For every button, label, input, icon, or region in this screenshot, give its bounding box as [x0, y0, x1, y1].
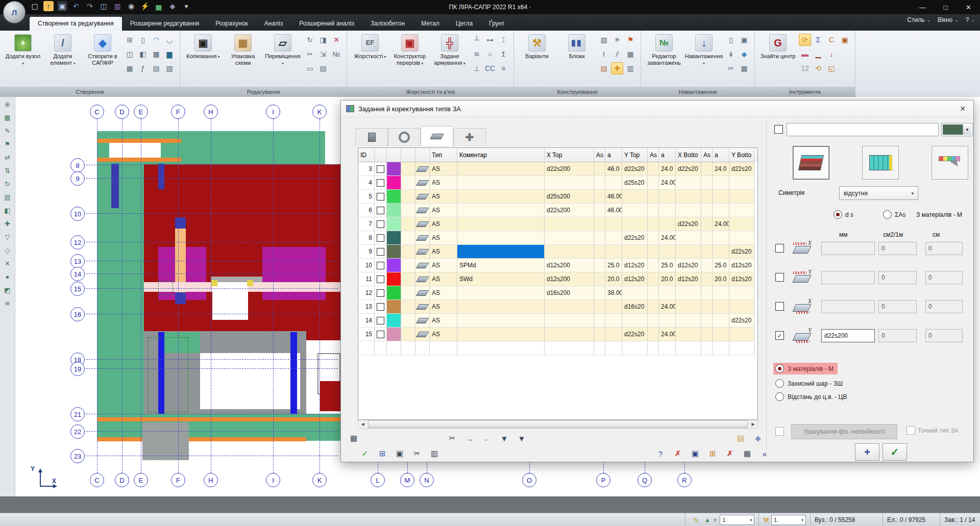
lt-dot-icon[interactable]: ● — [2, 271, 13, 282]
section-constructor-button[interactable]: ▣Конструктор перерізів ▾ — [391, 33, 429, 66]
apply-check-icon[interactable]: ✓ — [358, 447, 372, 460]
cell-comment[interactable] — [457, 204, 545, 217]
brick-icon[interactable]: ▤ — [598, 62, 610, 74]
table-hscrollbar[interactable]: ◀ ▶ — [358, 420, 758, 429]
cell-comment[interactable] — [457, 328, 545, 341]
cell-as2[interactable] — [648, 231, 659, 245]
pin-icon[interactable]: ↓ — [825, 48, 838, 60]
arm-as-Y-bot[interactable]: 0 — [878, 329, 917, 342]
cell-xbot[interactable]: d12s20 — [676, 272, 701, 286]
cell-empty[interactable] — [457, 341, 545, 355]
cell-as2[interactable] — [648, 259, 659, 272]
building-icon[interactable]: ▦ — [124, 62, 136, 74]
row-color-swatch[interactable] — [387, 204, 401, 217]
cell-a2[interactable]: 24.0 — [659, 162, 676, 176]
cell-a3[interactable] — [713, 204, 729, 217]
row-type-icon-cell[interactable] — [415, 176, 430, 190]
colorbar-pick-button[interactable] — [932, 146, 968, 180]
frame-icon[interactable]: ⊞ — [124, 34, 136, 46]
cell-ybot[interactable] — [729, 231, 754, 245]
name-checkbox[interactable] — [774, 125, 783, 134]
cell-a3[interactable]: 20.0 — [713, 272, 729, 286]
distributed-load-icon[interactable]: ↡ — [725, 48, 737, 60]
swatch-dropdown-icon[interactable]: ▼ — [963, 124, 971, 135]
cell-a1[interactable] — [605, 314, 622, 328]
table-settings-icon[interactable]: ▦ — [347, 432, 360, 444]
copy-table-icon[interactable]: ▦ — [741, 447, 754, 460]
cell-as3[interactable] — [701, 328, 713, 341]
row-color-swatch[interactable] — [387, 245, 401, 259]
cell-type[interactable]: AS — [430, 231, 457, 245]
m-surface-icon[interactable]: ▆ — [163, 48, 176, 60]
cell-ybot[interactable]: d12s20 — [729, 272, 754, 286]
cell-ybot[interactable]: d22s20 — [729, 162, 754, 176]
row-checkbox[interactable] — [377, 207, 384, 214]
concrete-box-icon[interactable]: ▧ — [598, 34, 610, 46]
steel-ibeam-icon[interactable]: I — [598, 48, 610, 60]
variants-button[interactable]: ⚒Варіанти — [518, 33, 556, 60]
cell-a3[interactable] — [713, 176, 729, 190]
cell-a1[interactable]: 46.00 — [605, 204, 622, 217]
palette-c-icon[interactable]: C — [825, 34, 838, 46]
cell-as2[interactable] — [648, 217, 659, 231]
cell-a2[interactable]: 24.00 — [659, 300, 676, 314]
cell-xbot[interactable]: d22s20 — [676, 162, 701, 176]
truss-icon[interactable]: ◫ — [124, 48, 136, 60]
cell-as1[interactable] — [594, 231, 605, 245]
ribbon-tab-9[interactable]: Ґрунт — [481, 17, 513, 31]
cell-blank[interactable] — [401, 300, 415, 314]
cell-as2[interactable] — [648, 176, 659, 190]
copy-row-icon[interactable]: ▣ — [393, 447, 406, 460]
radio-ds[interactable]: d s — [834, 210, 853, 219]
cell-ytop[interactable]: d22s20 — [622, 162, 648, 176]
cell-a1[interactable]: 46.00 — [605, 190, 622, 204]
cell-a1[interactable] — [605, 300, 622, 314]
cell-a1[interactable]: 46.0 — [605, 162, 622, 176]
cell-ytop[interactable] — [622, 314, 648, 328]
supports-icon[interactable]: ┴ — [471, 34, 483, 46]
cell-empty[interactable] — [415, 341, 430, 355]
arm-as-Y-top[interactable]: 0 — [878, 271, 917, 284]
cell-blank[interactable] — [401, 231, 415, 245]
arm-a-Y-top[interactable]: 0 — [925, 271, 963, 284]
cell-a3[interactable] — [713, 314, 729, 328]
cell-as1[interactable] — [594, 314, 605, 328]
cell-as3[interactable] — [701, 217, 713, 231]
arm-a-X-bot[interactable]: 0 — [925, 300, 963, 313]
cell-xtop[interactable] — [545, 300, 594, 314]
ribbon-tab-7[interactable]: Метал — [413, 17, 447, 31]
pack-scheme-button[interactable]: ▦Упаковка схеми — [224, 33, 262, 66]
cell-a2[interactable] — [659, 245, 676, 259]
add-row-icon[interactable]: ⊞ — [376, 447, 389, 460]
lt-expand-icon[interactable]: ⊕ — [2, 99, 13, 109]
tab-plate[interactable] — [355, 128, 388, 146]
cylinder-icon[interactable]: ▯ — [137, 34, 149, 46]
add-lines-icon[interactable]: ⫽ — [611, 48, 623, 60]
variant-combo[interactable]: 1.▾ — [771, 515, 806, 525]
cell-as1[interactable] — [594, 259, 605, 272]
camera-icon[interactable]: ◉ — [126, 1, 136, 11]
z-fxy-icon[interactable]: ƒ — [137, 62, 149, 74]
add-type-button[interactable]: + — [855, 443, 879, 461]
row-type-icon-cell[interactable] — [415, 286, 430, 300]
up-triangle-icon[interactable]: ▲ — [705, 517, 710, 523]
dialog-close-icon[interactable]: ✕ — [957, 104, 968, 114]
maximize-button[interactable]: □ — [934, 0, 957, 14]
ribbon-tab-2[interactable]: Розширене редагування — [122, 17, 208, 31]
cell-comment[interactable] — [457, 286, 545, 300]
diagram-icon[interactable]: ▁ — [812, 48, 824, 60]
row-checkbox[interactable] — [377, 179, 384, 187]
paste-row-icon[interactable]: ▥ — [428, 447, 441, 460]
row-color-swatch[interactable] — [387, 328, 401, 341]
export-table-icon[interactable]: ⊞ — [706, 447, 719, 460]
cell-as2[interactable] — [648, 328, 659, 341]
arm-as-X-bot[interactable]: 0 — [878, 300, 917, 313]
arm-checkbox-Y-bot[interactable]: ✓ — [775, 331, 784, 340]
cell-blank[interactable] — [401, 190, 415, 204]
cell-a1[interactable] — [605, 217, 622, 231]
cut-row-icon[interactable]: ✂ — [410, 447, 424, 460]
cell-a1[interactable]: 25.0 — [605, 259, 622, 272]
lt-flags-icon[interactable]: ⚑ — [2, 139, 13, 149]
cell-xbot[interactable] — [676, 190, 701, 204]
cell-as2[interactable] — [648, 272, 659, 286]
